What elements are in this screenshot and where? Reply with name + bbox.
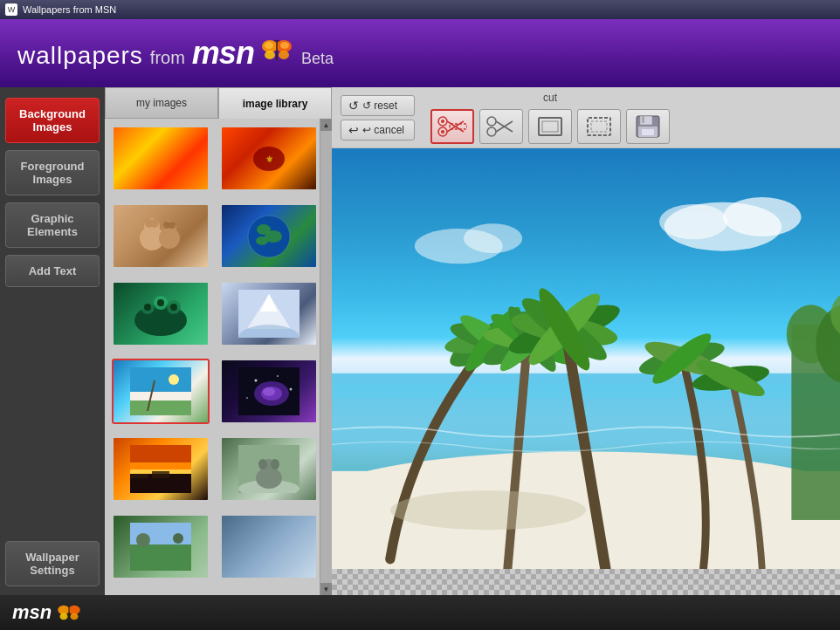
svg-rect-33 (130, 367, 191, 392)
svg-point-20 (256, 236, 268, 245)
brand-logo: wallpapers from msn Beta (17, 35, 334, 72)
thumbnail-meadow[interactable] (112, 514, 210, 579)
cut-scissors-button[interactable] (479, 109, 523, 144)
svg-point-96 (478, 304, 587, 374)
thumbnail-puppies[interactable] (112, 203, 210, 269)
svg-point-99 (494, 301, 570, 377)
svg-point-101 (504, 296, 624, 364)
svg-point-116 (59, 606, 71, 615)
footer: msn (0, 595, 840, 630)
frame-dashed-button[interactable] (577, 109, 621, 144)
svg-rect-90 (332, 471, 840, 569)
svg-rect-111 (791, 325, 840, 520)
footer-msn-text: msn (12, 601, 52, 624)
brand-wallpapers-text: wallpapers (17, 42, 143, 70)
svg-rect-59 (130, 544, 191, 571)
svg-point-108 (647, 327, 717, 390)
sidebar-item-graphic-elements[interactable]: Graphic Elements (5, 202, 100, 248)
sidebar-item-wallpaper-settings[interactable]: Wallpaper Settings (5, 541, 100, 586)
sidebar-item-add-text[interactable]: Add Text (5, 255, 100, 287)
scroll-up-arrow[interactable]: ▲ (320, 119, 333, 131)
svg-rect-35 (130, 401, 191, 415)
svg-point-2 (265, 51, 275, 59)
footer-butterfly-icon (57, 602, 81, 623)
reset-button[interactable]: ↺ ↺ reset (341, 95, 415, 116)
scrollbar[interactable]: ▲ ▼ (320, 119, 332, 595)
svg-point-60 (136, 533, 150, 547)
svg-point-4 (265, 42, 273, 49)
footer-msn-logo: msn (12, 601, 81, 624)
tab-image-library[interactable]: image library (218, 87, 332, 119)
sidebar-item-foreground-images[interactable]: Foreground Images (5, 150, 100, 195)
thumbnail-beach[interactable] (112, 359, 210, 424)
image-panel: my images image library ⚜ (105, 87, 332, 595)
scroll-down-arrow[interactable]: ▼ (320, 583, 333, 595)
svg-point-119 (71, 613, 79, 620)
svg-point-85 (415, 229, 503, 264)
svg-point-63 (441, 120, 444, 123)
svg-point-57 (271, 459, 279, 469)
preview-area: ↺ ↺ reset ↩ ↩ cancel cut (332, 87, 840, 595)
svg-point-91 (444, 302, 543, 376)
beach-preview-image (332, 148, 840, 569)
svg-rect-79 (642, 116, 644, 123)
svg-point-16 (169, 222, 176, 229)
svg-point-98 (486, 306, 579, 372)
tab-my-images[interactable]: my images (105, 87, 218, 119)
svg-point-83 (723, 197, 802, 236)
thumbnail-fire2[interactable]: ⚜ (220, 126, 318, 191)
brandbar: wallpapers from msn Beta (0, 19, 840, 87)
frame-solid-button[interactable] (528, 109, 572, 144)
svg-point-105 (532, 284, 597, 376)
svg-point-82 (664, 202, 782, 251)
sidebar-item-background-images[interactable]: Background Images (5, 98, 100, 143)
beach-scene-svg (332, 148, 840, 569)
svg-point-45 (263, 387, 275, 396)
svg-point-70 (487, 127, 496, 136)
svg-point-113 (816, 305, 840, 383)
svg-rect-88 (332, 383, 840, 398)
thumbnail-sunset[interactable] (112, 436, 210, 502)
svg-point-104 (521, 286, 607, 372)
svg-point-94 (455, 309, 530, 370)
reset-icon: ↺ (348, 99, 359, 113)
svg-point-92 (443, 319, 543, 360)
svg-point-14 (150, 219, 159, 228)
svg-point-42 (246, 397, 248, 399)
svg-point-117 (69, 606, 81, 615)
thumbnail-peacock[interactable] (112, 281, 210, 346)
thumbnail-fire1[interactable] (112, 126, 210, 191)
svg-point-84 (659, 204, 727, 239)
tool-right-controls: cut (430, 92, 670, 144)
svg-point-28 (170, 304, 177, 311)
cancel-icon: ↩ (348, 123, 359, 137)
svg-point-93 (447, 317, 538, 362)
svg-rect-87 (332, 373, 840, 501)
cut-dashed-button[interactable] (430, 109, 474, 144)
svg-rect-76 (591, 121, 607, 132)
svg-point-27 (157, 299, 164, 306)
svg-point-5 (280, 42, 289, 49)
titlebar-title: Wallpapers from MSN (23, 4, 116, 15)
svg-point-41 (290, 388, 293, 391)
image-grid: ⚜ (105, 119, 332, 595)
svg-rect-81 (642, 129, 654, 135)
save-button[interactable] (626, 109, 670, 144)
thumbnail-elephant[interactable] (220, 436, 318, 502)
svg-point-39 (255, 380, 258, 382)
svg-point-115 (390, 490, 586, 530)
svg-point-65 (441, 130, 444, 134)
thumbnail-earth[interactable] (220, 203, 318, 269)
svg-rect-75 (588, 118, 610, 135)
cancel-button[interactable]: ↩ ↩ cancel (341, 120, 415, 140)
sidebar: Background Images Foreground Images Grap… (0, 87, 105, 595)
thumbnail-space[interactable] (220, 359, 318, 424)
svg-point-26 (144, 304, 151, 311)
svg-point-69 (487, 117, 496, 126)
thumbnail-extra[interactable] (220, 514, 318, 579)
svg-point-86 (464, 223, 522, 253)
svg-point-118 (60, 613, 68, 620)
main-content: Background Images Foreground Images Grap… (0, 87, 840, 595)
svg-rect-50 (130, 474, 148, 478)
thumbnail-snow-mountain[interactable] (220, 281, 318, 346)
